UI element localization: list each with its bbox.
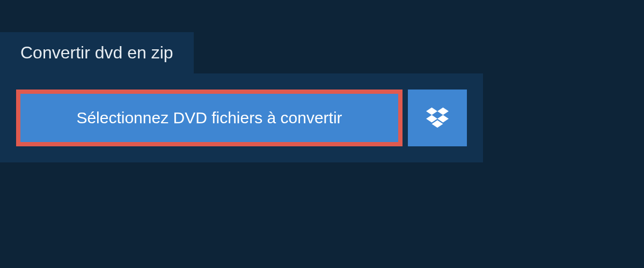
dropbox-icon	[426, 106, 449, 130]
convert-panel: Sélectionnez DVD fichiers à convertir	[0, 73, 483, 162]
select-files-label: Sélectionnez DVD fichiers à convertir	[76, 109, 342, 127]
dropbox-button[interactable]	[408, 90, 467, 146]
tab-convert[interactable]: Convertir dvd en zip	[0, 32, 194, 73]
select-files-button[interactable]: Sélectionnez DVD fichiers à convertir	[16, 90, 402, 146]
